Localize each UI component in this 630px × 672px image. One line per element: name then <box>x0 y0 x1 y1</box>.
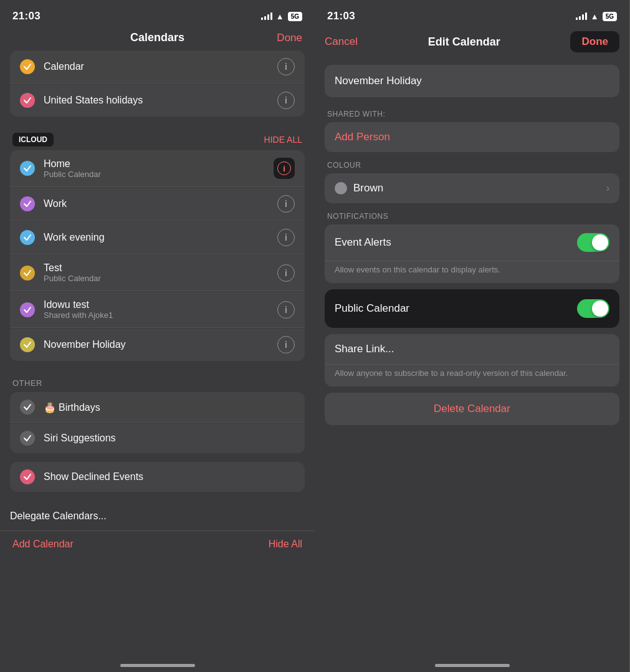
icloud-hide-all-button[interactable]: HIDE ALL <box>264 135 302 145</box>
show-declined-check <box>20 469 35 484</box>
birthday-icon: 🎂 <box>44 401 56 413</box>
add-calendar-button[interactable]: Add Calendar <box>12 539 74 550</box>
calendar-info-button[interactable]: i <box>277 58 295 75</box>
default-calendars-group: Calendar i United States holidays i <box>0 50 315 117</box>
birthdays-row[interactable]: 🎂Birthdays <box>10 392 305 423</box>
share-link-sub: Allow anyone to subscribe to a read-only… <box>325 365 619 386</box>
work-cal-name: Work <box>44 198 277 209</box>
calendar-check <box>20 59 35 74</box>
birthdays-name: 🎂Birthdays <box>44 401 295 413</box>
right-panel: 21:03 ▲ 5G Cancel Edit Calendar Done Nov… <box>315 0 629 672</box>
birthdays-check <box>20 400 35 415</box>
colour-label: COLOUR <box>325 161 619 170</box>
icloud-section-header: ICLOUD HIDE ALL <box>0 123 315 150</box>
us-holidays-row[interactable]: United States holidays i <box>10 84 305 117</box>
november-holiday-row[interactable]: November Holiday i <box>10 329 305 361</box>
home-info-button[interactable]: i <box>274 158 295 179</box>
status-bar-right: 21:03 ▲ 5G <box>315 0 629 27</box>
show-declined-name: Show Declined Events <box>44 471 295 482</box>
event-alerts-row[interactable]: Event Alerts <box>325 224 619 261</box>
share-link-row[interactable]: Share Link... <box>325 334 619 365</box>
event-alerts-toggle[interactable] <box>577 233 609 252</box>
status-icons-right: ▲ 5G <box>576 12 617 21</box>
work-evening-check <box>20 230 35 245</box>
time-left: 21:03 <box>12 10 41 22</box>
status-bar-left: 21:03 ▲ 5G <box>0 0 315 27</box>
hide-all-button[interactable]: Hide All <box>269 539 302 550</box>
work-row[interactable]: Work i <box>10 188 305 221</box>
edit-calendar-content: November Holiday SHARED WITH: Add Person… <box>315 59 629 438</box>
signal-icon <box>261 12 272 20</box>
work-evening-row[interactable]: Work evening i <box>10 221 305 254</box>
notifications-section: NOTIFICATIONS Event Alerts Allow events … <box>325 212 619 283</box>
home-check <box>20 161 35 176</box>
november-info-button[interactable]: i <box>277 336 295 353</box>
home-indicator-left <box>120 664 195 667</box>
done-button[interactable]: Done <box>570 31 619 52</box>
colour-name: Brown <box>353 182 383 194</box>
edit-calendar-nav: Cancel Edit Calendar Done <box>315 27 629 59</box>
share-link-label[interactable]: Share Link... <box>335 343 394 355</box>
calendar-name-input[interactable]: November Holiday <box>325 65 619 97</box>
us-holidays-name: United States holidays <box>44 95 277 106</box>
show-declined-row[interactable]: Show Declined Events <box>10 462 305 492</box>
notifications-block: Event Alerts Allow events on this calend… <box>325 224 619 283</box>
public-calendar-row[interactable]: Public Calendar <box>325 289 619 328</box>
event-alerts-sub: Allow events on this calendar to display… <box>325 261 619 283</box>
test-check <box>20 266 35 281</box>
left-panel: 21:03 ▲ 5G Calendars Done Calendar i <box>0 0 315 672</box>
idowu-test-row[interactable]: Idowu test Shared with Ajoke1 i <box>10 292 305 328</box>
show-declined-section: Show Declined Events <box>10 462 305 492</box>
public-calendar-toggle[interactable] <box>577 299 609 318</box>
time-right: 21:03 <box>327 10 355 22</box>
shared-with-section: SHARED WITH: Add Person <box>325 110 619 152</box>
test-cal-sub: Public Calendar <box>44 274 277 283</box>
test-info-button[interactable]: i <box>277 264 295 282</box>
work-info-button[interactable]: i <box>277 195 295 213</box>
calendar-row[interactable]: Calendar i <box>10 50 305 84</box>
delete-calendar-button[interactable]: Delete Calendar <box>434 403 510 415</box>
siri-check <box>20 431 35 446</box>
bottom-bar: Add Calendar Hide All <box>0 530 315 557</box>
colour-section: COLOUR Brown › <box>325 161 619 203</box>
battery-badge-right: 5G <box>603 12 617 21</box>
calendars-nav: Calendars Done <box>0 27 315 50</box>
add-person-button[interactable]: Add Person <box>335 131 390 143</box>
colour-row[interactable]: Brown › <box>325 173 619 203</box>
idowu-cal-name: Idowu test <box>44 299 277 310</box>
siri-suggestions-row[interactable]: Siri Suggestions <box>10 423 305 453</box>
share-link-block: Share Link... Allow anyone to subscribe … <box>325 334 619 386</box>
wifi-icon-right: ▲ <box>591 12 599 21</box>
home-indicator-right <box>435 664 510 667</box>
calendars-done-button[interactable]: Done <box>277 32 302 44</box>
home-cal-name: Home <box>44 158 274 170</box>
delegate-calendars-row[interactable]: Delegate Calendars... <box>0 502 315 530</box>
work-check <box>20 196 35 211</box>
us-holidays-info-button[interactable]: i <box>277 92 295 109</box>
other-label: OTHER <box>12 378 42 388</box>
calendars-list: Calendar i United States holidays i ICLO… <box>0 50 315 649</box>
cancel-button[interactable]: Cancel <box>325 36 358 48</box>
delete-calendar-block[interactable]: Delete Calendar <box>325 393 619 425</box>
calendar-name: Calendar <box>44 61 277 72</box>
status-icons-left: ▲ 5G <box>261 12 302 21</box>
us-holidays-check <box>20 93 35 108</box>
event-alerts-label: Event Alerts <box>335 236 391 249</box>
chevron-right-icon: › <box>606 183 609 194</box>
idowu-info-button[interactable]: i <box>277 301 295 319</box>
home-row[interactable]: Home Public Calendar i <box>10 150 305 187</box>
siri-suggestions-name: Siri Suggestions <box>44 433 295 444</box>
test-row[interactable]: Test Public Calendar i <box>10 255 305 291</box>
edit-calendar-title: Edit Calendar <box>428 36 500 49</box>
home-cal-sub: Public Calendar <box>44 170 274 179</box>
delegate-label: Delegate Calendars... <box>10 511 107 521</box>
work-evening-info-button[interactable]: i <box>277 229 295 246</box>
idowu-cal-sub: Shared with Ajoke1 <box>44 310 277 320</box>
battery-badge-left: 5G <box>288 12 302 21</box>
wifi-icon: ▲ <box>276 12 284 21</box>
november-check <box>20 337 35 352</box>
other-section-header: OTHER <box>0 367 315 392</box>
add-person-row[interactable]: Add Person <box>325 122 619 152</box>
signal-icon-right <box>576 12 587 20</box>
calendar-name-value: November Holiday <box>335 75 422 87</box>
